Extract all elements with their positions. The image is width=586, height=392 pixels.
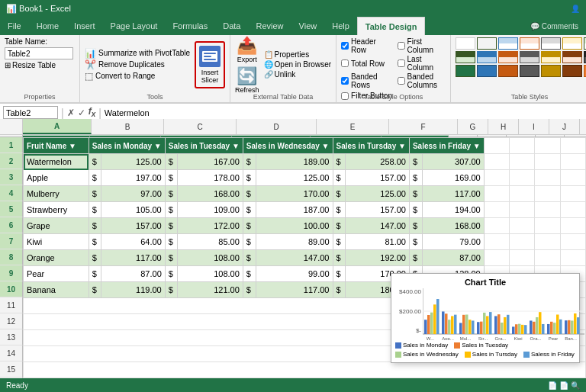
chk-total-row[interactable]	[341, 59, 349, 67]
opt-first-col[interactable]: First Column	[398, 37, 446, 54]
col-header-b[interactable]: B	[92, 119, 164, 134]
cell-mulberry-thu[interactable]: 125.00	[345, 186, 409, 202]
cell-watermelon-mon[interactable]: 125.00	[101, 154, 165, 170]
style-gold-l[interactable]	[562, 37, 582, 50]
cell-banana-d4[interactable]: $	[333, 282, 345, 298]
style-blue-l[interactable]	[498, 37, 518, 50]
cell-mulberry-fri[interactable]: 117.00	[422, 186, 484, 202]
cell-strawberry-thu[interactable]: 157.00	[345, 202, 409, 218]
col-header-c[interactable]: C	[164, 119, 237, 134]
cell-orange-mon[interactable]: 117.00	[101, 250, 165, 266]
cell-mulberry-wed[interactable]: 170.00	[256, 186, 333, 202]
cell-pear-name[interactable]: Pear	[24, 266, 89, 282]
cell-mulberry-d1[interactable]: $	[89, 186, 101, 202]
style-grey-d[interactable]	[520, 65, 539, 77]
cell-apple-mon[interactable]: 197.00	[101, 170, 165, 186]
rnum-10[interactable]: 10	[0, 281, 23, 297]
opt-total-row[interactable]: Total Row	[341, 55, 390, 72]
rnum-9[interactable]: 9	[0, 265, 23, 281]
cell-orange-d1[interactable]: $	[89, 250, 101, 266]
tab-page-layout[interactable]: Page Layout	[103, 17, 166, 35]
cell-kiwi-name[interactable]: Kiwi	[24, 234, 89, 250]
cell-kiwi-wed[interactable]: 89.00	[256, 234, 333, 250]
cell-kiwi-d1[interactable]: $	[89, 234, 101, 250]
cell-orange-wed[interactable]: 147.00	[256, 250, 333, 266]
cell-orange-d2[interactable]: $	[165, 250, 177, 266]
style-orange-m[interactable]	[498, 51, 518, 63]
tab-home[interactable]: Home	[29, 17, 66, 35]
cell-orange-d5[interactable]: $	[409, 250, 422, 266]
style-green-d[interactable]	[456, 65, 475, 77]
unlink-btn[interactable]: 🔗 Unlink	[264, 70, 331, 79]
cell-pear-tue[interactable]: 108.00	[178, 266, 243, 282]
cell-orange-thu[interactable]: 192.00	[345, 250, 409, 266]
style-orange-d[interactable]	[498, 65, 518, 77]
style-gold-m[interactable]	[541, 51, 561, 63]
col-header-a[interactable]: A	[23, 119, 92, 134]
cell-apple-thu[interactable]: 157.00	[345, 170, 409, 186]
cell-grape-d4[interactable]: $	[333, 218, 345, 234]
formula-input[interactable]	[105, 108, 583, 117]
cell-watermelon-thu[interactable]: 258.00	[345, 154, 409, 170]
style-grey-l[interactable]	[541, 37, 561, 50]
rnum-14[interactable]: 14	[0, 345, 23, 361]
style-brown-d[interactable]	[562, 65, 582, 77]
cell-mulberry-d2[interactable]: $	[165, 186, 177, 202]
rnum-2[interactable]: 2	[0, 153, 23, 169]
cell-grape-wed[interactable]: 100.00	[256, 218, 333, 234]
tab-formulas[interactable]: Formulas	[165, 17, 215, 35]
cell-banana-mon[interactable]: 119.00	[101, 282, 165, 298]
cell-banana-d3[interactable]: $	[243, 282, 256, 298]
cell-watermelon-name[interactable]: Watermelon	[24, 154, 89, 170]
rnum-11[interactable]: 11	[0, 297, 23, 313]
rnum-12[interactable]: 12	[0, 313, 23, 329]
style-orange-l[interactable]	[520, 37, 539, 50]
cell-watermelon-d3[interactable]: $	[243, 154, 256, 170]
cell-kiwi-mon[interactable]: 64.00	[101, 234, 165, 250]
cell-kiwi-d3[interactable]: $	[243, 234, 256, 250]
tab-review[interactable]: Review	[248, 17, 291, 35]
cell-strawberry-fri[interactable]: 194.00	[422, 202, 484, 218]
cell-mulberry-d5[interactable]: $	[409, 186, 422, 202]
col-header-j[interactable]: J	[549, 119, 580, 134]
cell-grape-d3[interactable]: $	[243, 218, 256, 234]
fx-icon[interactable]: fx	[89, 106, 96, 118]
cell-orange-name[interactable]: Orange	[24, 250, 89, 266]
th-sales-wed[interactable]: Sales in Wednesday ▼	[243, 138, 333, 154]
cell-orange-fri[interactable]: 87.00	[422, 250, 484, 266]
resize-table-btn[interactable]: ⊞ Resize Table	[5, 61, 56, 69]
col-header-e[interactable]: E	[317, 119, 389, 134]
refresh-btn[interactable]: 🔄 Refresh	[235, 66, 259, 94]
opt-banded-cols[interactable]: Banded Columns	[398, 72, 446, 89]
cell-strawberry-d2[interactable]: $	[165, 202, 177, 218]
cell-apple-tue[interactable]: 178.00	[178, 170, 243, 186]
remove-dup-btn[interactable]: ✂️ Remove Duplicates	[85, 59, 190, 70]
properties-btn2[interactable]: 📋 Properties	[264, 50, 331, 59]
cell-watermelon-wed[interactable]: 189.00	[256, 154, 333, 170]
th-sales-thu[interactable]: Sales in Tursday ▼	[333, 138, 409, 154]
style-none[interactable]	[456, 37, 475, 50]
cell-kiwi-fri[interactable]: 79.00	[422, 234, 484, 250]
cell-watermelon-fri[interactable]: 307.00	[422, 154, 484, 170]
convert-range-btn[interactable]: ⬚ Convert to Range	[85, 71, 190, 82]
cell-pear-d3[interactable]: $	[243, 266, 256, 282]
style-gold-d[interactable]	[541, 65, 561, 77]
th-sales-mon[interactable]: Sales in Monday ▼	[89, 138, 165, 154]
cell-strawberry-mon[interactable]: 105.00	[101, 202, 165, 218]
cell-orange-d4[interactable]: $	[333, 250, 345, 266]
cell-grape-d2[interactable]: $	[165, 218, 177, 234]
cell-grape-fri[interactable]: 168.00	[422, 218, 484, 234]
cell-mulberry-name[interactable]: Mulberry	[24, 186, 89, 202]
cell-strawberry-d1[interactable]: $	[89, 202, 101, 218]
opt-banded-rows[interactable]: Banded Rows	[341, 72, 390, 89]
opt-header-row[interactable]: Header Row	[341, 37, 390, 54]
cell-kiwi-d4[interactable]: $	[333, 234, 345, 250]
rnum-3[interactable]: 3	[0, 169, 23, 185]
cell-grape-mon[interactable]: 157.00	[101, 218, 165, 234]
cell-watermelon-d4[interactable]: $	[333, 154, 345, 170]
tab-insert[interactable]: Insert	[66, 17, 103, 35]
cell-pear-d4[interactable]: $	[333, 266, 345, 282]
open-browser-btn[interactable]: 🌐 Open in Browser	[264, 60, 331, 69]
cell-strawberry-d5[interactable]: $	[409, 202, 422, 218]
cell-apple-d5[interactable]: $	[409, 170, 422, 186]
